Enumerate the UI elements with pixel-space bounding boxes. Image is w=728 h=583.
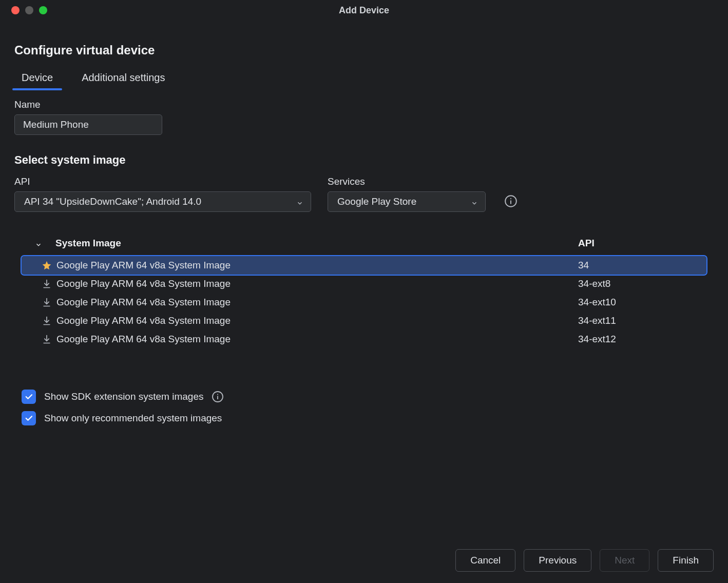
svg-point-2 xyxy=(510,198,511,199)
download-icon[interactable] xyxy=(37,316,56,326)
window-close-button[interactable] xyxy=(11,6,20,14)
chevron-down-icon xyxy=(296,198,303,205)
column-header-system-image[interactable]: System Image xyxy=(55,238,578,249)
table-row[interactable]: Google Play ARM 64 v8a System Image34-ex… xyxy=(22,293,706,312)
row-name: Google Play ARM 64 v8a System Image xyxy=(56,315,578,326)
info-icon[interactable] xyxy=(504,195,518,208)
checkbox-sdk-extension-label: Show SDK extension system images xyxy=(44,391,203,402)
name-label: Name xyxy=(14,99,714,110)
tab-device[interactable]: Device xyxy=(14,69,60,90)
row-name: Google Play ARM 64 v8a System Image xyxy=(56,297,578,308)
page-title: Configure virtual device xyxy=(14,43,714,57)
row-name: Google Play ARM 64 v8a System Image xyxy=(56,278,578,289)
star-icon xyxy=(37,260,56,270)
table-header: System Image API xyxy=(22,235,706,256)
window-title: Add Device xyxy=(339,5,389,16)
chevron-down-icon xyxy=(471,198,478,205)
checkbox-sdk-extension[interactable] xyxy=(22,390,36,404)
window-maximize-button[interactable] xyxy=(39,6,47,14)
table-row[interactable]: Google Play ARM 64 v8a System Image34-ex… xyxy=(22,330,706,348)
chevron-down-icon xyxy=(35,240,42,247)
table-row[interactable]: Google Play ARM 64 v8a System Image34-ex… xyxy=(22,312,706,330)
previous-button[interactable]: Previous xyxy=(524,549,591,572)
row-api: 34 xyxy=(578,260,706,271)
info-icon[interactable] xyxy=(212,391,224,403)
row-name: Google Play ARM 64 v8a System Image xyxy=(56,334,578,345)
row-api: 34-ext10 xyxy=(578,297,706,308)
row-api: 34-ext8 xyxy=(578,278,706,289)
svg-point-5 xyxy=(217,394,218,395)
checkbox-recommended-label: Show only recommended system images xyxy=(44,413,222,424)
section-heading: Select system image xyxy=(14,153,714,167)
table-row[interactable]: Google Play ARM 64 v8a System Image34 xyxy=(22,256,706,275)
services-label: Services xyxy=(328,176,486,187)
checkbox-recommended[interactable] xyxy=(22,411,36,425)
download-icon[interactable] xyxy=(37,279,56,289)
window-minimize-button[interactable] xyxy=(25,6,33,14)
row-name: Google Play ARM 64 v8a System Image xyxy=(56,260,578,271)
system-image-table: System Image API Google Play ARM 64 v8a … xyxy=(14,235,714,348)
download-icon[interactable] xyxy=(37,334,56,344)
tab-additional-settings[interactable]: Additional settings xyxy=(74,69,172,90)
api-label: API xyxy=(14,176,311,187)
cancel-button[interactable]: Cancel xyxy=(455,549,515,572)
table-row[interactable]: Google Play ARM 64 v8a System Image34-ex… xyxy=(22,275,706,293)
row-api: 34-ext11 xyxy=(578,315,706,326)
api-select[interactable]: API 34 "UpsideDownCake"; Android 14.0 xyxy=(14,191,311,212)
api-select-value: API 34 "UpsideDownCake"; Android 14.0 xyxy=(24,196,201,207)
services-select-value: Google Play Store xyxy=(337,196,416,207)
download-icon[interactable] xyxy=(37,297,56,307)
next-button: Next xyxy=(600,549,649,572)
titlebar: Add Device xyxy=(0,0,728,21)
finish-button[interactable]: Finish xyxy=(658,549,714,572)
row-api: 34-ext12 xyxy=(578,334,706,345)
expand-toggle[interactable] xyxy=(22,240,55,247)
column-header-api[interactable]: API xyxy=(578,238,706,249)
services-select[interactable]: Google Play Store xyxy=(328,191,486,212)
tabs: Device Additional settings xyxy=(14,69,714,90)
name-input[interactable] xyxy=(14,114,162,135)
